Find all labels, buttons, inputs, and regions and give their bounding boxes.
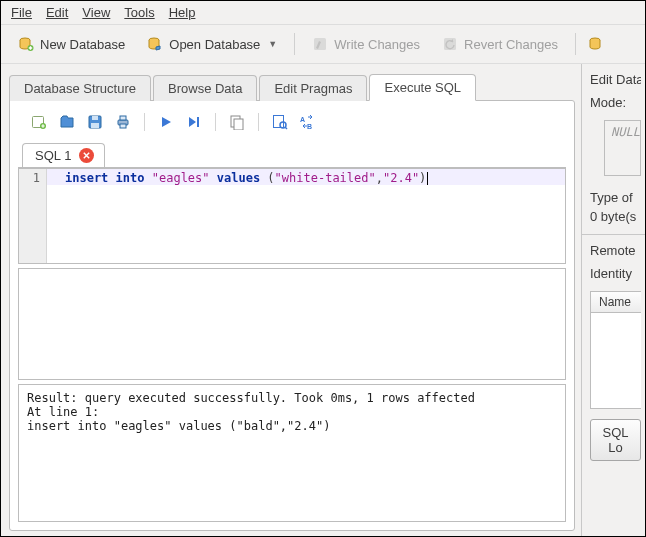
save-sql-button[interactable] — [84, 111, 106, 133]
sql-editor[interactable]: 1 insert into "eagles" values ("white-ta… — [18, 168, 566, 264]
find-replace-button[interactable]: AB — [297, 111, 319, 133]
dropdown-icon[interactable]: ▼ — [268, 39, 277, 49]
menu-file[interactable]: File — [11, 5, 32, 20]
remote-heading: Remote — [590, 243, 641, 258]
toolbar-separator — [144, 113, 145, 131]
sql-tab-label: SQL 1 — [35, 148, 71, 163]
result-log[interactable]: Result: query executed successfully. Too… — [18, 384, 566, 522]
svg-text:A: A — [300, 116, 305, 123]
new-database-label: New Database — [40, 37, 125, 52]
tab-browse-data[interactable]: Browse Data — [153, 75, 257, 101]
toolbar-separator — [294, 33, 295, 55]
database-open-icon — [147, 36, 163, 52]
toolbar-separator — [215, 113, 216, 131]
print-button[interactable] — [112, 111, 134, 133]
identity-col-name[interactable]: Name — [590, 291, 641, 313]
revert-changes-button: Revert Changes — [433, 31, 567, 57]
panel-separator — [582, 234, 645, 235]
main-area: Database Structure Browse Data Edit Prag… — [1, 64, 581, 537]
edit-cell-heading: Edit Data — [590, 72, 641, 87]
toolbar-separator — [575, 33, 576, 55]
extra-db-button[interactable] — [584, 31, 606, 57]
type-label: Type of — [590, 190, 641, 205]
editor-gutter: 1 — [19, 169, 47, 263]
results-grid[interactable] — [18, 268, 566, 380]
tab-strip: Database Structure Browse Data Edit Prag… — [9, 72, 575, 100]
identity-list[interactable] — [590, 313, 641, 409]
sql-toolbar: AB — [18, 109, 566, 141]
open-database-button[interactable]: Open Database ▼ — [138, 31, 286, 57]
text-cursor — [427, 172, 428, 185]
svg-rect-12 — [120, 116, 126, 120]
menu-edit[interactable]: Edit — [46, 5, 68, 20]
write-changes-button: Write Changes — [303, 31, 429, 57]
svg-rect-16 — [234, 119, 243, 130]
close-tab-button[interactable] — [79, 148, 94, 163]
identity-table: Name — [590, 291, 641, 409]
write-changes-icon — [312, 36, 328, 52]
save-results-button[interactable] — [226, 111, 248, 133]
database-icon — [587, 36, 603, 52]
open-sql-button[interactable] — [56, 111, 78, 133]
svg-text:B: B — [307, 123, 312, 130]
svg-rect-10 — [91, 123, 99, 128]
execute-button[interactable] — [155, 111, 177, 133]
size-label: 0 byte(s — [590, 209, 641, 224]
sql-log-button[interactable]: SQL Lo — [590, 419, 641, 461]
editor-code[interactable]: insert into "eagles" values ("white-tail… — [47, 169, 565, 263]
identity-label: Identity — [590, 266, 641, 281]
menu-help[interactable]: Help — [169, 5, 196, 20]
write-changes-label: Write Changes — [334, 37, 420, 52]
revert-changes-label: Revert Changes — [464, 37, 558, 52]
execute-sql-panel: AB SQL 1 1 insert into "eagles" values (… — [9, 100, 575, 531]
side-panel: Edit Data Mode: NULL Type of 0 byte(s Re… — [581, 64, 645, 537]
new-tab-button[interactable] — [28, 111, 50, 133]
menu-tools[interactable]: Tools — [124, 5, 154, 20]
tab-edit-pragmas[interactable]: Edit Pragmas — [259, 75, 367, 101]
toolbar-separator — [258, 113, 259, 131]
menu-view[interactable]: View — [82, 5, 110, 20]
mode-label: Mode: — [590, 95, 641, 110]
sql-tab-strip: SQL 1 — [22, 141, 566, 167]
tab-database-structure[interactable]: Database Structure — [9, 75, 151, 101]
svg-rect-14 — [197, 117, 199, 127]
sql-tab-1[interactable]: SQL 1 — [22, 143, 105, 167]
cell-editor[interactable]: NULL — [604, 120, 641, 176]
find-button[interactable] — [269, 111, 291, 133]
open-database-label: Open Database — [169, 37, 260, 52]
svg-rect-13 — [120, 124, 126, 128]
svg-rect-9 — [92, 116, 98, 120]
tab-execute-sql[interactable]: Execute SQL — [369, 74, 476, 101]
execute-line-button[interactable] — [183, 111, 205, 133]
new-database-button[interactable]: New Database — [9, 31, 134, 57]
menubar: File Edit View Tools Help — [1, 1, 645, 25]
revert-changes-icon — [442, 36, 458, 52]
main-toolbar: New Database Open Database ▼ Write Chang… — [1, 25, 645, 64]
database-new-icon — [18, 36, 34, 52]
